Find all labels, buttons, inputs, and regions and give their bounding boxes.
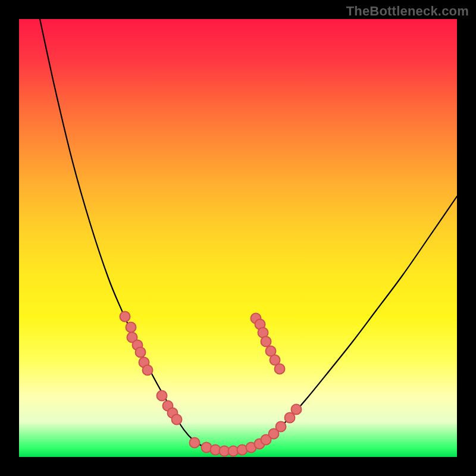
data-dot	[143, 365, 153, 375]
curve-group	[40, 19, 457, 452]
plot-area	[19, 19, 457, 457]
data-dot	[157, 391, 167, 401]
data-dot	[275, 364, 285, 374]
data-dot	[261, 337, 271, 347]
chart-svg	[19, 19, 457, 457]
scatter-dots	[120, 312, 302, 456]
data-dot	[126, 322, 136, 333]
watermark-text: TheBottleneck.com	[346, 4, 469, 19]
curve-left-branch	[40, 19, 206, 448]
data-dot	[292, 405, 302, 415]
data-dot	[285, 413, 295, 423]
data-dot	[276, 422, 286, 432]
outer-frame: TheBottleneck.com	[0, 0, 476, 476]
curve-right-branch	[251, 196, 457, 448]
data-dot	[120, 312, 130, 322]
data-dot	[136, 347, 146, 358]
data-dot	[190, 438, 200, 448]
data-dot	[172, 415, 182, 425]
